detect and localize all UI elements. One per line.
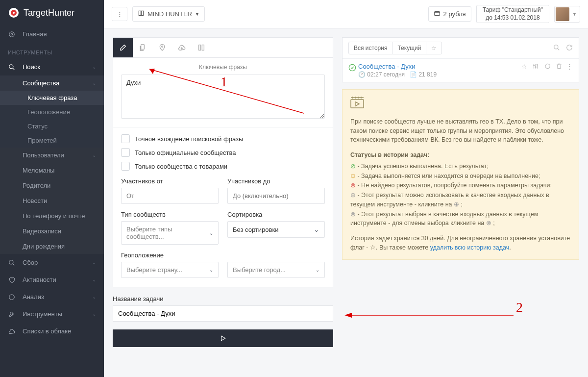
members-from-label: Участников от: [121, 177, 219, 185]
logo[interactable]: TargetHunter: [0, 0, 104, 25]
sidebar-users[interactable]: Пользователи⌄: [0, 148, 104, 163]
chevron-down-icon: ⌄: [92, 260, 96, 265]
members-from-input[interactable]: [121, 188, 219, 204]
tip-statuses-head: Статусы в истории задач:: [350, 151, 571, 160]
history-item-tools: ☆: [521, 63, 563, 71]
keyphrases-textarea[interactable]: Духи: [121, 75, 325, 119]
sidebar-tools[interactable]: Инструменты ⌄: [0, 305, 104, 323]
user-menu[interactable]: ▼: [554, 6, 580, 23]
tariff-info[interactable]: Тариф "Стандартный" до 14:53 01.02.2018: [476, 5, 549, 23]
tip-status-input-selected: ⊗ - Этот результат выбран в качестве вхо…: [350, 210, 571, 228]
caret-down-icon: ▼: [572, 12, 577, 17]
sidebar-home[interactable]: Главная: [0, 25, 104, 43]
svg-point-13: [554, 45, 558, 49]
tab-library[interactable]: [192, 38, 211, 57]
svg-rect-18: [351, 100, 364, 108]
sidebar-search[interactable]: Поиск ⌄: [0, 58, 104, 75]
tab-edit[interactable]: [113, 38, 133, 57]
topbar: ⋮ MIND HUNTER ▼ 2 рубля Тариф "Стандартн…: [104, 0, 588, 28]
task-name-input[interactable]: [113, 305, 333, 322]
tab-location[interactable]: [152, 38, 172, 57]
tab-copy[interactable]: [133, 38, 152, 57]
form-tabstrip: [113, 38, 333, 58]
type-select[interactable]: Выберите типы сообществ...⌄: [121, 221, 219, 245]
checkbox-exact[interactable]: Точное вхождение поисковой фразы: [121, 134, 325, 143]
chevron-down-icon: ⌄: [92, 311, 96, 317]
dots-icon[interactable]: ⋮: [566, 63, 573, 70]
svg-marker-20: [344, 313, 352, 318]
history-tabs: Вся история Текущий ☆: [348, 42, 442, 54]
tip-paragraph: При поиске сообществ лучше не выставлять…: [350, 117, 571, 145]
main: ⋮ MIND HUNTER ▼ 2 рубля Тариф "Стандартн…: [104, 0, 588, 377]
sidebar-phonemail[interactable]: По телефону и почте: [0, 208, 104, 224]
sidebar-section-tools: ИНСТРУМЕНТЫ: [0, 43, 104, 58]
country-select[interactable]: Выберите страну...⌄: [121, 262, 219, 278]
star-icon[interactable]: ☆: [521, 63, 527, 71]
chevron-down-icon: ⌄: [92, 64, 96, 70]
history-tab-all[interactable]: Вся история: [349, 42, 392, 54]
balance-button[interactable]: 2 рубля: [428, 6, 471, 22]
sidebar-communities[interactable]: Сообщества ⌄: [0, 75, 104, 91]
type-label: Тип сообществ: [121, 211, 219, 218]
svg-point-15: [533, 65, 534, 66]
search-form-panel: Ключевые фразы Духи Точное вхождение пои…: [113, 37, 333, 287]
status-success-icon: [348, 64, 358, 73]
sliders-icon[interactable]: [532, 63, 539, 71]
history-search-icon[interactable]: [553, 44, 560, 52]
tip-box: При поиске сообществ лучше не выставлять…: [342, 89, 579, 260]
sidebar-activity[interactable]: Активности ⌄: [0, 271, 104, 288]
history-refresh-icon[interactable]: [566, 44, 573, 52]
search-icon: [8, 64, 16, 71]
sidebar-meloman[interactable]: Меломаны: [0, 163, 104, 178]
chevron-down-icon: ⌄: [92, 152, 96, 158]
tip-status-fail: ⊗ - Не найдено результатов, попробуйте п…: [350, 181, 571, 190]
sidebar-status[interactable]: Статус: [0, 119, 104, 133]
sidebar-parents[interactable]: Родители: [0, 178, 104, 193]
keyphrases-label: Ключевые фразы: [121, 64, 325, 71]
svg-point-4: [11, 33, 13, 35]
history-item[interactable]: Сообщества - Духи 🕐 02:27 сегодня 📄 21 8…: [343, 58, 579, 82]
avatar: [556, 7, 569, 21]
chat-icon[interactable]: [544, 63, 551, 71]
history-item-title[interactable]: Сообщества - Духи: [358, 63, 521, 70]
sidebar-videos[interactable]: Видеозаписи: [0, 224, 104, 239]
svg-point-10: [162, 46, 163, 48]
delete-history-link[interactable]: удалить всю историю задач: [430, 244, 509, 251]
tip-footer: История задач хранится 30 дней. Для неог…: [350, 234, 571, 252]
wallet-icon: [434, 10, 441, 18]
tab-cloud[interactable]: [172, 38, 192, 57]
chevron-down-icon: ⌄: [209, 267, 213, 273]
sidebar-keyphrase[interactable]: Ключевая фраза: [0, 91, 104, 105]
sidebar-geo[interactable]: Геоположение: [0, 105, 104, 119]
sidebar-news[interactable]: Новости: [0, 193, 104, 208]
svg-point-14: [349, 65, 355, 71]
sort-select[interactable]: Без сортировки⌄: [227, 221, 325, 238]
checkbox-official[interactable]: Только официальные сообщества: [121, 148, 325, 157]
tip-status-success: ⊘ - Задача успешно выполнена. Есть резул…: [350, 162, 571, 171]
members-to-input[interactable]: [227, 188, 325, 204]
checkbox-goods[interactable]: Только сообщества с товарами: [121, 162, 325, 171]
run-button[interactable]: [113, 329, 333, 347]
history-tab-starred[interactable]: ☆: [426, 42, 441, 54]
checkbox-icon: [121, 134, 130, 143]
tip-status-pending: ⊙ - Задача выполняется или находится в о…: [350, 172, 571, 181]
checkbox-icon: [121, 162, 130, 171]
trash-icon[interactable]: [556, 63, 563, 71]
sidebar-birthdays[interactable]: Дни рождения: [0, 239, 104, 254]
sidebar-lists[interactable]: Списки в облаке: [0, 323, 104, 340]
sidebar-analysis[interactable]: Анализ ⌄: [0, 288, 104, 305]
sidebar-prometei[interactable]: Прометей: [0, 133, 104, 148]
members-to-label: Участников до: [227, 177, 325, 185]
svg-point-7: [9, 294, 15, 300]
chevron-down-icon: ⌄: [209, 230, 213, 236]
city-select[interactable]: Выберите город...⌄: [227, 262, 325, 278]
svg-point-5: [9, 64, 13, 68]
mind-hunter-dropdown[interactable]: MIND HUNTER ▼: [132, 6, 205, 22]
checkbox-icon: [121, 148, 130, 157]
svg-point-6: [9, 260, 13, 264]
chevron-down-icon: ⌄: [314, 226, 319, 233]
history-tab-current[interactable]: Текущий: [392, 42, 426, 54]
wrench-icon: [8, 311, 16, 318]
sidebar-gather[interactable]: Сбор ⌄: [0, 254, 104, 271]
more-button[interactable]: ⋮: [112, 7, 127, 21]
